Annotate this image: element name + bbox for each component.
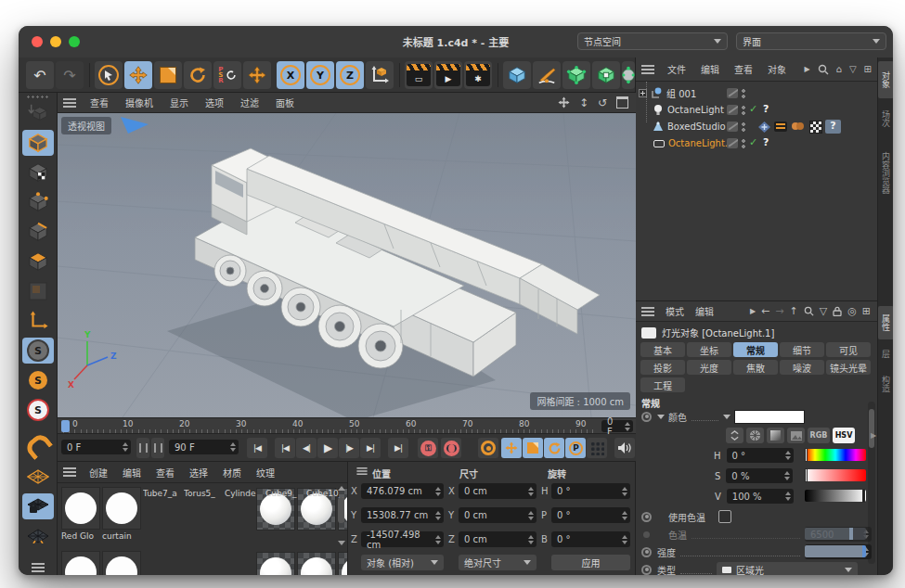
axis-modify-tool-button[interactable] <box>243 61 271 89</box>
move-tool-button[interactable] <box>124 61 152 89</box>
saturation-field[interactable]: 0 % <box>726 468 793 483</box>
extrude-generator-button[interactable] <box>592 61 620 89</box>
position-z-field[interactable]: -14507.498 cm <box>361 531 444 547</box>
expander-icon[interactable] <box>639 89 647 97</box>
scroll-down-icon[interactable] <box>338 541 345 545</box>
visibility-dots[interactable] <box>742 105 745 115</box>
more-menu-icon[interactable]: ▶ <box>750 307 756 315</box>
home-icon[interactable]: ⌂ <box>836 64 842 74</box>
size-x-field[interactable]: 0 cm <box>459 483 537 499</box>
material-item[interactable]: curtain <box>102 487 141 541</box>
apply-button[interactable]: 应用 <box>551 555 630 570</box>
hue-gradient-bar[interactable] <box>805 449 866 461</box>
material-menu-edit[interactable]: 编辑 <box>123 466 141 479</box>
tab-takes[interactable]: 场次 <box>878 102 893 135</box>
material-menu-texture[interactable]: 纹理 <box>256 466 275 479</box>
tab-caustics[interactable]: 焦散 <box>733 360 778 375</box>
color-wheel-icon[interactable] <box>746 428 764 443</box>
zoom-view-icon[interactable]: ↕ <box>579 96 588 109</box>
lock-workplane-button[interactable] <box>22 493 54 519</box>
rotate-tool-button[interactable] <box>184 61 212 89</box>
collapse-caret-icon[interactable] <box>723 415 730 419</box>
attr-menu-mode[interactable]: 模式 <box>666 304 684 318</box>
up-icon[interactable]: ↑ <box>789 305 797 317</box>
magnet-snap-button[interactable] <box>22 432 54 458</box>
tab-photometric[interactable]: 光度 <box>687 360 731 375</box>
keyframe-dot-icon[interactable] <box>643 531 650 538</box>
sound-button[interactable] <box>614 438 635 458</box>
subdivision-surface-button[interactable] <box>562 61 590 89</box>
visibility-dots[interactable] <box>742 138 745 148</box>
rotation-p-field[interactable]: 0 ° <box>551 507 630 523</box>
filter-icon[interactable]: ▽ <box>849 64 857 74</box>
search-icon[interactable] <box>804 306 814 316</box>
compact-mode-icon[interactable] <box>726 428 743 443</box>
rotate-view-icon[interactable]: ↺ <box>598 96 607 109</box>
object-row-light-selected[interactable]: OctaneLight.1 ✓ ? <box>636 135 877 151</box>
material-item[interactable]: Torus5_ <box>184 487 223 498</box>
layer-toggle[interactable] <box>727 121 738 132</box>
position-x-field[interactable]: 476.079 cm <box>361 483 444 499</box>
keyframe-ring-icon[interactable] <box>641 412 652 422</box>
viewport-menu-view[interactable]: 查看 <box>90 96 109 109</box>
viewport-canvas[interactable]: Y Z X 透视视图 网格间距 : 1000 cm <box>58 113 636 417</box>
key-position-button[interactable] <box>501 438 522 458</box>
om-menu-file[interactable]: 文件 <box>667 62 686 76</box>
octane-tag-icon[interactable]: ? <box>763 103 769 115</box>
light-type-dropdown[interactable]: 区域光 <box>717 562 858 576</box>
viewport-menu-panel[interactable]: 面板 <box>276 96 294 109</box>
tab-layers[interactable]: 层 <box>878 343 893 364</box>
tweak-mode-button[interactable] <box>22 278 54 304</box>
key-scale-button[interactable] <box>523 438 543 458</box>
range-marker-left-button[interactable] <box>136 438 149 458</box>
add-panel-icon[interactable]: ⊞ <box>862 305 871 317</box>
enabled-check-icon[interactable]: ✓ <box>749 103 757 115</box>
om-menu-object[interactable]: 对象 <box>768 62 786 76</box>
spectrum-icon[interactable] <box>767 428 784 443</box>
key-parameter-button[interactable]: P <box>565 438 586 458</box>
tab-noise[interactable]: 噪波 <box>780 360 824 375</box>
tab-objects[interactable]: 对象 <box>878 61 893 98</box>
palette-menu-button[interactable] <box>22 555 54 575</box>
menu-icon[interactable] <box>356 470 367 472</box>
model-mode-button[interactable] <box>22 130 54 156</box>
scroll-up-icon[interactable] <box>338 486 345 491</box>
visibility-dots[interactable] <box>742 121 745 132</box>
keyframe-ring-icon[interactable] <box>641 512 652 522</box>
tab-details[interactable]: 细节 <box>780 342 824 357</box>
goto-end-button[interactable]: ▶| <box>388 438 408 458</box>
layer-toggle[interactable] <box>727 105 738 115</box>
tab-general[interactable]: 常规 <box>733 342 778 357</box>
value-field[interactable]: 100 % <box>727 489 794 504</box>
rotation-b-field[interactable]: 0 ° <box>551 531 630 547</box>
filter-icon[interactable]: ▽ <box>820 305 827 317</box>
spline-pen-button[interactable] <box>533 61 561 89</box>
menu-icon[interactable] <box>641 69 654 70</box>
autokey-button[interactable] <box>478 438 498 458</box>
planar-workplane-button[interactable] <box>22 523 54 549</box>
visibility-dots[interactable] <box>742 88 745 98</box>
material-item[interactable] <box>102 551 141 575</box>
playhead[interactable] <box>61 420 70 432</box>
live-selection-tool-button[interactable] <box>95 61 123 89</box>
next-frame-button[interactable]: |▶ <box>339 438 359 458</box>
material-tag-icon[interactable] <box>792 121 804 132</box>
octane-tag-selected-icon[interactable]: ? <box>825 120 841 134</box>
psr-tool-button[interactable]: PSR <box>213 61 241 89</box>
material-item[interactable]: Red Glo <box>61 487 100 541</box>
tab-coord[interactable]: 坐标 <box>687 342 731 357</box>
value-gradient-bar[interactable] <box>805 490 866 502</box>
lock-z-axis-button[interactable]: Z <box>336 61 364 89</box>
tab-lens-flare[interactable]: 镜头光晕 <box>826 360 871 375</box>
checker-tag-icon[interactable] <box>809 121 822 134</box>
object-row-group[interactable]: 组 001 <box>636 85 877 101</box>
keyframe-ring-icon[interactable] <box>641 565 652 575</box>
record-keyframe-button[interactable]: ⚿ <box>418 438 438 458</box>
material-item[interactable]: Tube7_a <box>143 487 182 498</box>
render-picture-viewer-button[interactable]: ▶ <box>434 61 462 89</box>
toggle-view-icon[interactable] <box>616 96 628 109</box>
menu-icon[interactable] <box>63 471 76 473</box>
snap-settings-button[interactable]: S <box>22 367 54 393</box>
quantize-snap-button[interactable]: S <box>22 397 54 423</box>
picture-icon[interactable] <box>787 428 805 443</box>
